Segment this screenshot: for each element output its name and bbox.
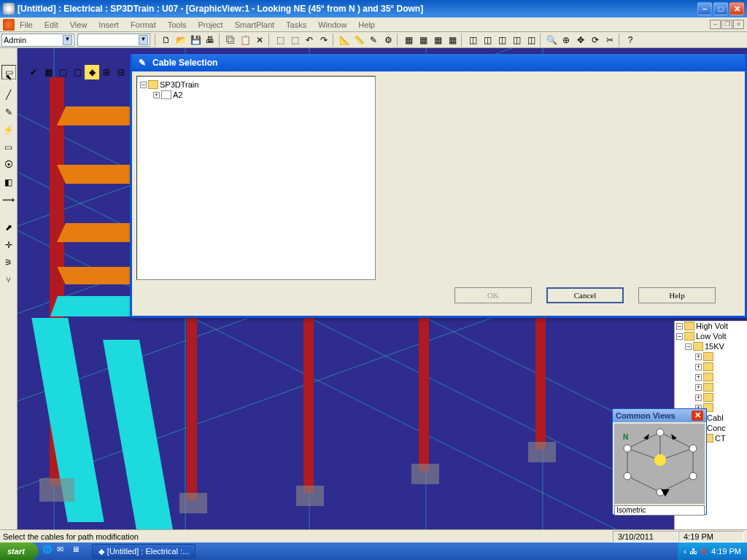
menu-edit[interactable]: Edit <box>39 19 63 31</box>
role-combo[interactable]: Admin ▼ <box>1 34 74 47</box>
dialog-tree[interactable]: – SP3DTrain + A2 <box>136 76 376 280</box>
menu-tasks[interactable]: Tasks <box>281 19 311 31</box>
edit-tool[interactable]: ✎ <box>1 105 16 120</box>
common-views-body[interactable]: N <box>614 424 705 504</box>
menu-smartplant[interactable]: SmartPlant <box>230 19 279 31</box>
tray-clock[interactable]: 4:19 PM <box>711 547 741 556</box>
menu-insert[interactable]: Insert <box>93 19 124 31</box>
tree-node-cable[interactable]: Cabl <box>707 413 724 422</box>
dialog-titlebar[interactable]: ✎ Cable Selection <box>132 54 745 71</box>
sel-mode-button[interactable]: ▭ <box>1 65 16 79</box>
view-e-button[interactable]: ◫ <box>524 33 538 47</box>
zoom-fit-button[interactable]: ⊕ <box>559 33 573 47</box>
status-bar: Select the cables for path modification … <box>0 529 747 542</box>
tree-child[interactable]: A2 <box>173 90 182 99</box>
tool-d-button[interactable]: ⚙ <box>381 33 395 47</box>
zoom-button[interactable]: 🔍 <box>544 33 559 47</box>
desktop-icon[interactable]: 🖥 <box>71 545 85 558</box>
common-views-title[interactable]: Common Views ✕ <box>613 409 706 422</box>
view-a-button[interactable]: ◫ <box>465 33 480 47</box>
pan-button[interactable]: ✥ <box>573 33 588 47</box>
tool-a-button[interactable]: 📐 <box>337 33 352 47</box>
cancel-button[interactable]: Cancel <box>546 287 624 303</box>
tree-node-lowvolt[interactable]: Low Volt <box>696 332 727 341</box>
menu-view[interactable]: View <box>65 19 93 31</box>
grid-d-button[interactable]: ▦ <box>445 33 460 47</box>
opt-b-button[interactable]: ▢ <box>70 65 85 79</box>
task-app[interactable]: ◆ [Untitled] : Electrical :... <box>92 544 196 559</box>
tray-tool[interactable]: ▭ <box>1 140 16 155</box>
tray-shield-icon[interactable]: ⛨ <box>700 547 708 556</box>
tree-node-highvolt[interactable]: High Volt <box>696 322 728 330</box>
view-d-button[interactable]: ◫ <box>509 33 524 47</box>
redo-button[interactable]: ↷ <box>317 33 331 47</box>
view-b-button[interactable]: ◫ <box>480 33 495 47</box>
menu-window[interactable]: Window <box>313 19 352 31</box>
tool-b-button[interactable]: 📏 <box>352 33 366 47</box>
help-button[interactable]: ? <box>623 33 638 47</box>
refresh-button[interactable]: ⟳ <box>588 33 603 47</box>
print-button[interactable]: 🖶 <box>203 33 217 47</box>
start-button[interactable]: start <box>0 542 38 560</box>
close-button[interactable]: ✕ <box>729 2 744 15</box>
delete-button[interactable]: ✕ <box>252 33 267 47</box>
undo-button[interactable]: ↶ <box>302 33 317 47</box>
filter-button[interactable]: ▦ <box>41 65 55 79</box>
save-button[interactable]: 💾 <box>188 33 203 47</box>
line-tool[interactable]: ╱ <box>1 88 16 102</box>
mdi-close-button[interactable]: × <box>733 20 744 29</box>
menu-file[interactable]: File <box>15 19 38 31</box>
branch-tool[interactable]: ⑂ <box>1 273 16 287</box>
opt-a-button[interactable]: ▢ <box>55 65 70 79</box>
select2-button[interactable]: ⬚ <box>287 33 302 47</box>
system-tray[interactable]: ‹ 🖧 ⛨ 4:19 PM <box>678 542 747 560</box>
route-tool[interactable]: ⟿ <box>1 192 16 207</box>
filter-combo[interactable]: ▼ <box>77 34 150 47</box>
tree-node-conc[interactable]: Conc <box>707 424 726 432</box>
mdi-minimize-button[interactable]: – <box>710 20 721 29</box>
tool-c-button[interactable]: ✎ <box>366 33 381 47</box>
menu-project[interactable]: Project <box>193 19 228 31</box>
grid-b-button[interactable]: ▦ <box>416 33 430 47</box>
grid-c-button[interactable]: ▦ <box>430 33 445 47</box>
grid-a-button[interactable]: ▦ <box>401 33 416 47</box>
ok-button[interactable]: OK <box>454 287 532 303</box>
tray-network-icon[interactable]: 🖧 <box>689 547 697 556</box>
equip-tool[interactable]: ◧ <box>1 175 16 190</box>
copy-button[interactable]: ⿻ <box>223 33 238 47</box>
new-button[interactable]: 🗋 <box>159 33 174 47</box>
tree-node-ct[interactable]: CT <box>715 434 726 443</box>
symbol-tool[interactable]: ⚞ <box>1 255 16 270</box>
common-views-palette[interactable]: Common Views ✕ N Isometric <box>612 408 707 515</box>
minimize-button[interactable]: – <box>697 2 712 15</box>
open-button[interactable]: 📂 <box>174 33 188 47</box>
menu-format[interactable]: Format <box>125 19 161 31</box>
select-button[interactable]: ⬚ <box>273 33 287 47</box>
opt-c-button[interactable]: ⊞ <box>99 65 114 79</box>
close-icon[interactable]: ✕ <box>692 411 703 421</box>
main-toolbar: Admin ▼ ▼ 🗋 📂 💾 🖶 ⿻ 📋 ✕ ⬚ ⬚ ↶ ↷ 📐 📏 ✎ ⚙ … <box>0 32 747 48</box>
tree-root[interactable]: SP3DTrain <box>160 80 198 89</box>
expand-icon[interactable]: + <box>153 92 160 98</box>
tree-node-15kv[interactable]: 15KV <box>705 342 724 351</box>
locate-button[interactable]: ✔ <box>26 65 41 79</box>
paste-button[interactable]: 📋 <box>238 33 252 47</box>
collapse-icon[interactable]: – <box>140 82 147 88</box>
tray-chevron-icon[interactable]: ‹ <box>684 547 686 556</box>
conduit-tool[interactable]: ⦿ <box>1 158 16 172</box>
view-c-button[interactable]: ◫ <box>495 33 509 47</box>
clip-button[interactable]: ✂ <box>603 33 617 47</box>
mail-icon[interactable]: ✉ <box>57 545 70 558</box>
menu-help[interactable]: Help <box>353 19 380 31</box>
dialog-help-button[interactable]: Help <box>638 287 716 303</box>
svg-point-20 <box>624 472 631 480</box>
snap-tool[interactable]: ✛ <box>1 238 16 252</box>
pick-tool[interactable]: ⬈ <box>1 220 16 235</box>
cable-tool[interactable]: ⚡ <box>1 122 16 137</box>
mdi-restore-button[interactable]: ❐ <box>721 20 732 29</box>
warning-icon[interactable]: ◆ <box>85 65 99 79</box>
menu-tools[interactable]: Tools <box>163 19 192 31</box>
opt-d-button[interactable]: ⊟ <box>114 65 128 79</box>
ie-icon[interactable]: 🌐 <box>42 545 55 558</box>
maximize-button[interactable]: □ <box>713 2 728 15</box>
